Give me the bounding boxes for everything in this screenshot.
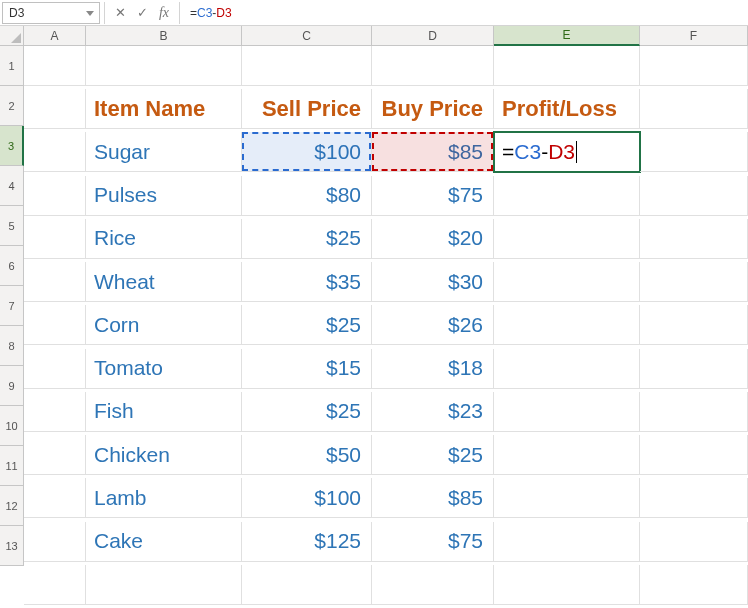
cell-F7[interactable] xyxy=(640,305,748,345)
cell-F1[interactable] xyxy=(640,46,748,86)
cell-E1[interactable] xyxy=(494,46,640,86)
cell-B1[interactable] xyxy=(86,46,242,86)
cell-A6[interactable] xyxy=(24,262,86,302)
row-header-5[interactable]: 5 xyxy=(0,206,24,246)
cancel-icon[interactable]: ✕ xyxy=(109,2,131,24)
name-box-dropdown-icon[interactable] xyxy=(84,7,96,21)
row-header-7[interactable]: 7 xyxy=(0,286,24,326)
cell-A11[interactable] xyxy=(24,478,86,518)
cell-D11[interactable]: $85 xyxy=(372,478,494,518)
formula-input[interactable]: =C3-D3 xyxy=(184,2,748,24)
row-header-2[interactable]: 2 xyxy=(0,86,24,126)
cell-B13[interactable] xyxy=(86,565,242,605)
cell-A5[interactable] xyxy=(24,219,86,259)
cell-D1[interactable] xyxy=(372,46,494,86)
cell-B3[interactable]: Sugar xyxy=(86,132,242,172)
cell-E10[interactable] xyxy=(494,435,640,475)
cell-C3[interactable]: $100 xyxy=(242,132,372,172)
col-header-F[interactable]: F xyxy=(640,26,748,45)
cell-D9[interactable]: $23 xyxy=(372,392,494,432)
enter-icon[interactable]: ✓ xyxy=(131,2,153,24)
cell-C11[interactable]: $100 xyxy=(242,478,372,518)
cell-E6[interactable] xyxy=(494,262,640,302)
cell-B10[interactable]: Chicken xyxy=(86,435,242,475)
cell-B6[interactable]: Wheat xyxy=(86,262,242,302)
cell-C4[interactable]: $80 xyxy=(242,176,372,216)
cell-E7[interactable] xyxy=(494,305,640,345)
cell-E4[interactable] xyxy=(494,176,640,216)
cell-F11[interactable] xyxy=(640,478,748,518)
cell-F9[interactable] xyxy=(640,392,748,432)
fx-icon[interactable]: fx xyxy=(153,2,175,24)
cell-A9[interactable] xyxy=(24,392,86,432)
header-buy-price[interactable]: Buy Price xyxy=(372,89,494,129)
row-header-11[interactable]: 11 xyxy=(0,446,24,486)
col-header-D[interactable]: D xyxy=(372,26,494,45)
cell-A10[interactable] xyxy=(24,435,86,475)
row-header-6[interactable]: 6 xyxy=(0,246,24,286)
cell-E11[interactable] xyxy=(494,478,640,518)
cell-C7[interactable]: $25 xyxy=(242,305,372,345)
cell-D13[interactable] xyxy=(372,565,494,605)
cell-C12[interactable]: $125 xyxy=(242,522,372,562)
cell-F3[interactable] xyxy=(640,132,748,172)
cell-F5[interactable] xyxy=(640,219,748,259)
cell-F12[interactable] xyxy=(640,522,748,562)
cell-F2[interactable] xyxy=(640,89,748,129)
row-header-8[interactable]: 8 xyxy=(0,326,24,366)
cell-D6[interactable]: $30 xyxy=(372,262,494,302)
cell-A8[interactable] xyxy=(24,349,86,389)
cell-E5[interactable] xyxy=(494,219,640,259)
cell-D7[interactable]: $26 xyxy=(372,305,494,345)
cell-A2[interactable] xyxy=(24,89,86,129)
name-box[interactable]: D3 xyxy=(2,2,100,24)
cell-F10[interactable] xyxy=(640,435,748,475)
cell-B4[interactable]: Pulses xyxy=(86,176,242,216)
cell-C13[interactable] xyxy=(242,565,372,605)
row-header-9[interactable]: 9 xyxy=(0,366,24,406)
cell-B12[interactable]: Cake xyxy=(86,522,242,562)
cell-A12[interactable] xyxy=(24,522,86,562)
cell-A4[interactable] xyxy=(24,176,86,216)
cell-E9[interactable] xyxy=(494,392,640,432)
cell-C1[interactable] xyxy=(242,46,372,86)
col-header-C[interactable]: C xyxy=(242,26,372,45)
cell-B9[interactable]: Fish xyxy=(86,392,242,432)
cell-C8[interactable]: $15 xyxy=(242,349,372,389)
row-header-10[interactable]: 10 xyxy=(0,406,24,446)
cell-A1[interactable] xyxy=(24,46,86,86)
cell-D12[interactable]: $75 xyxy=(372,522,494,562)
cell-B7[interactable]: Corn xyxy=(86,305,242,345)
cell-E3[interactable]: =C3-D3 xyxy=(494,132,640,172)
row-header-4[interactable]: 4 xyxy=(0,166,24,206)
header-profit-loss[interactable]: Profit/Loss xyxy=(494,89,640,129)
row-header-3[interactable]: 3 xyxy=(0,126,24,166)
cell-F4[interactable] xyxy=(640,176,748,216)
cell-D4[interactable]: $75 xyxy=(372,176,494,216)
cell-D10[interactable]: $25 xyxy=(372,435,494,475)
cell-A3[interactable] xyxy=(24,132,86,172)
col-header-A[interactable]: A xyxy=(24,26,86,45)
cell-E13[interactable] xyxy=(494,565,640,605)
row-header-1[interactable]: 1 xyxy=(0,46,24,86)
cell-C5[interactable]: $25 xyxy=(242,219,372,259)
cell-C10[interactable]: $50 xyxy=(242,435,372,475)
cell-A13[interactable] xyxy=(24,565,86,605)
cell-E12[interactable] xyxy=(494,522,640,562)
select-all-button[interactable] xyxy=(0,26,24,45)
col-header-E[interactable]: E xyxy=(494,26,640,46)
cell-A7[interactable] xyxy=(24,305,86,345)
cell-F13[interactable] xyxy=(640,565,748,605)
cell-D8[interactable]: $18 xyxy=(372,349,494,389)
cell-C9[interactable]: $25 xyxy=(242,392,372,432)
header-sell-price[interactable]: Sell Price xyxy=(242,89,372,129)
cell-E8[interactable] xyxy=(494,349,640,389)
cell-D5[interactable]: $20 xyxy=(372,219,494,259)
cell-B5[interactable]: Rice xyxy=(86,219,242,259)
cell-D3[interactable]: $85 xyxy=(372,132,494,172)
cell-F6[interactable] xyxy=(640,262,748,302)
col-header-B[interactable]: B xyxy=(86,26,242,45)
cell-F8[interactable] xyxy=(640,349,748,389)
row-header-12[interactable]: 12 xyxy=(0,486,24,526)
header-item-name[interactable]: Item Name xyxy=(86,89,242,129)
